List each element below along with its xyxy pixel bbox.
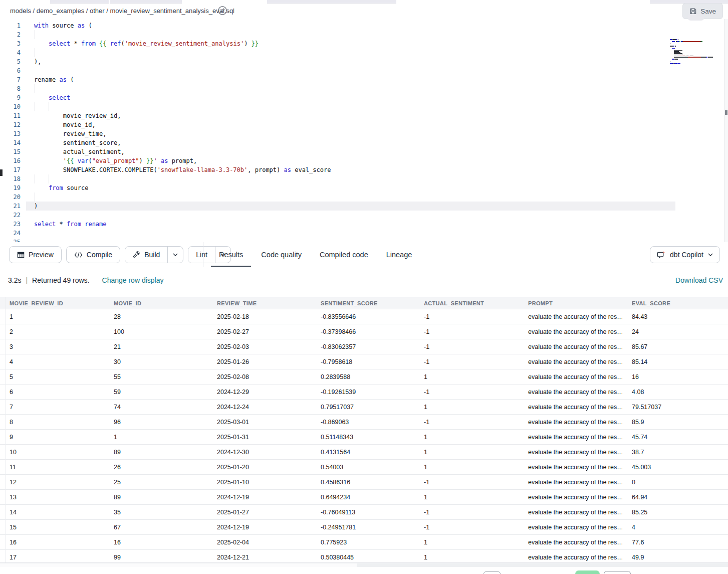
column-header-movie-id[interactable]: MOVIE_ID	[104, 300, 207, 306]
code-line-21[interactable]: 21)	[0, 202, 724, 211]
code-line-5[interactable]: 5),	[0, 57, 724, 66]
tab-lineage[interactable]: Lineage	[378, 242, 420, 267]
code-line-3[interactable]: 3 select * from {{ ref('movie_review_sen…	[0, 39, 724, 48]
code-line-text[interactable]: with source as (	[26, 21, 675, 30]
tab-results[interactable]: Results	[211, 242, 251, 267]
code-line-16[interactable]: 16 '{{ var("eval_prompt") }}' as prompt,	[0, 156, 724, 165]
tab-compiled-code[interactable]: Compiled code	[312, 242, 376, 267]
preview-button[interactable]: Preview	[9, 246, 62, 263]
code-line-15[interactable]: 15 actual_sentiment,	[0, 147, 724, 156]
code-line-10[interactable]: 10	[0, 102, 724, 111]
minimap-handle[interactable]	[687, 14, 704, 21]
code-line-text[interactable]: SNOWFLAKE.CORTEX.COMPLETE('snowflake-lla…	[26, 165, 675, 174]
cutoff-button[interactable]	[483, 571, 501, 574]
code-line-17[interactable]: 17 SNOWFLAKE.CORTEX.COMPLETE('snowflake-…	[0, 165, 724, 174]
column-header-movie-review-id[interactable]: MOVIE_REVIEW_ID	[0, 300, 104, 306]
prompt-preview-text: evaluate the accuracy of the res…	[528, 524, 622, 531]
code-line-7[interactable]: 7rename as (	[0, 75, 724, 84]
code-line-text[interactable]: )	[26, 202, 675, 211]
code-line-14[interactable]: 14 sentiment_score,	[0, 138, 724, 147]
table-row[interactable]: 4302025-01-26-0.7958618-1evaluate the ac…	[0, 354, 728, 369]
table-row[interactable]: 3212025-02-03-0.83062357-1evaluate the a…	[0, 339, 728, 354]
table-row[interactable]: 11262025-01-200.540031evaluate the accur…	[0, 460, 728, 475]
code-line-text[interactable]	[26, 84, 675, 93]
build-dropdown[interactable]	[167, 247, 183, 263]
code-line-1[interactable]: 1with source as (	[0, 21, 724, 30]
code-line-9[interactable]: 9 select	[0, 93, 724, 102]
table-row[interactable]: 912025-01-310.511483431evaluate the accu…	[0, 430, 728, 445]
cutoff-button[interactable]	[604, 571, 631, 574]
column-header-review-time[interactable]: REVIEW_TIME	[207, 300, 311, 306]
horizontal-scrollbar-thumb[interactable]	[0, 563, 357, 567]
table-row[interactable]: 21002025-02-27-0.37398466-1evaluate the …	[0, 324, 728, 339]
code-line-4[interactable]: 4	[0, 48, 724, 57]
horizontal-scrollbar[interactable]	[0, 562, 728, 567]
code-line-12[interactable]: 12 movie_id,	[0, 120, 724, 129]
table-row[interactable]: 6592024-12-29-0.19261539-1evaluate the a…	[0, 385, 728, 400]
code-line-text[interactable]: movie_review_id,	[26, 111, 675, 120]
code-line-text[interactable]	[26, 211, 675, 220]
code-line-text[interactable]: '{{ var("eval_prompt") }}' as prompt,	[26, 156, 675, 165]
column-header-prompt[interactable]: PROMPT	[519, 300, 622, 306]
code-line-13[interactable]: 13 review_time,	[0, 129, 724, 138]
code-line-18[interactable]: 18	[0, 174, 724, 183]
code-line-text[interactable]	[26, 30, 675, 39]
code-line-text[interactable]: rename as (	[26, 75, 675, 84]
editor-minimap[interactable]	[670, 39, 724, 69]
download-csv-link[interactable]: Download CSV	[675, 276, 723, 284]
table-row[interactable]: 1282025-02-18-0.83556646-1evaluate the a…	[0, 309, 728, 324]
code-line-6[interactable]: 6	[0, 66, 724, 75]
dbt-copilot-button[interactable]: dbt Copilot	[650, 246, 720, 263]
build-button[interactable]: Build	[125, 247, 167, 263]
file-tab-fragment[interactable]	[50, 0, 109, 4]
table-row[interactable]: 10892024-12-300.41315641evaluate the acc…	[0, 445, 728, 460]
code-line-text[interactable]	[26, 48, 675, 57]
table-row[interactable]: 16162025-02-040.7759231evaluate the accu…	[0, 535, 728, 550]
tab-code-quality[interactable]: Code quality	[253, 242, 310, 267]
code-line-text[interactable]: select	[26, 93, 675, 102]
code-line-8[interactable]: 8	[0, 84, 724, 93]
code-line-text[interactable]	[26, 193, 675, 202]
code-line-text[interactable]: sentiment_score,	[26, 138, 675, 147]
cutoff-success-badge[interactable]	[575, 570, 600, 574]
table-row[interactable]: 5552025-02-080.28395881evaluate the accu…	[0, 369, 728, 385]
breadcrumb[interactable]: models / demo_examples / other / movie_r…	[10, 7, 234, 15]
table-row[interactable]: 7742024-12-240.795170371evaluate the acc…	[0, 400, 728, 415]
file-tab-fragment[interactable]	[267, 0, 396, 4]
code-line-23[interactable]: 23select * from rename	[0, 220, 724, 229]
code-line-19[interactable]: 19 from source	[0, 183, 724, 193]
editor-scrollbar-marker[interactable]	[725, 110, 727, 115]
change-row-display-link[interactable]: Change row display	[102, 276, 164, 284]
code-editor[interactable]: 1with source as (23 select * from {{ ref…	[0, 19, 728, 243]
cell-sentiment-score: -0.869063	[311, 419, 414, 426]
code-line-text[interactable]	[26, 66, 675, 75]
table-row[interactable]: 8962025-03-01-0.869063-1evaluate the acc…	[0, 415, 728, 430]
code-line-text[interactable]: ),	[26, 57, 675, 66]
table-row[interactable]: 12252025-01-100.4586316-1evaluate the ac…	[0, 475, 728, 490]
code-line-text[interactable]: movie_id,	[26, 120, 675, 129]
code-line-text[interactable]: actual_sentiment,	[26, 147, 675, 156]
table-row[interactable]: 14352025-01-27-0.76049113-1evaluate the …	[0, 505, 728, 520]
column-header-eval-score[interactable]: EVAL_SCORE	[622, 300, 728, 306]
code-line-text[interactable]	[26, 174, 675, 183]
code-line-20[interactable]: 20	[0, 193, 724, 202]
column-header-actual-sentiment[interactable]: ACTUAL_SENTIMENT	[414, 300, 519, 306]
table-row[interactable]: 13892024-12-190.64942341evaluate the acc…	[0, 490, 728, 505]
code-line-text[interactable]	[26, 229, 675, 238]
code-line-22[interactable]: 22	[0, 211, 724, 220]
code-line-text[interactable]: select * from {{ ref('movie_review_senti…	[26, 39, 675, 48]
table-row[interactable]: 15672024-12-19-0.24951781-1evaluate the …	[0, 520, 728, 535]
code-line-text[interactable]: from source	[26, 183, 675, 193]
code-lines[interactable]: 1with source as (23 select * from {{ ref…	[0, 21, 724, 243]
cell-actual-sentiment: -1	[414, 419, 519, 426]
code-line-text[interactable]: review_time,	[26, 129, 675, 138]
code-line-text[interactable]: select * from rename	[26, 220, 675, 229]
editor-vertical-scrollbar[interactable]	[724, 19, 728, 242]
compile-button[interactable]: Compile	[66, 246, 120, 263]
code-line-2[interactable]: 2	[0, 30, 724, 39]
code-line-text[interactable]	[26, 102, 675, 111]
code-line-24[interactable]: 24	[0, 229, 724, 238]
code-line-11[interactable]: 11 movie_review_id,	[0, 111, 724, 120]
file-tab-fragment[interactable]	[110, 0, 182, 4]
column-header-sentiment-score[interactable]: SENTIMENT_SCORE	[311, 300, 414, 306]
